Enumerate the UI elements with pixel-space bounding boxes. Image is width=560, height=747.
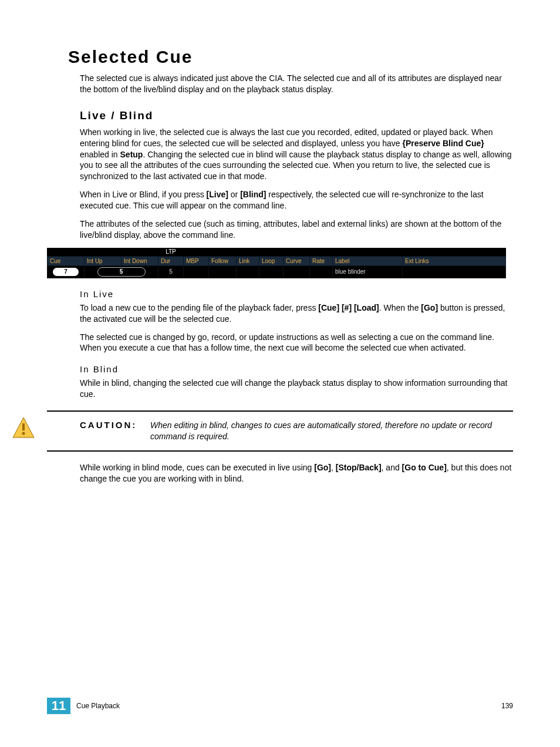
int-pill: 5: [97, 267, 146, 277]
cell-label: blue blinder: [333, 265, 403, 278]
key-live: [Live]: [207, 190, 228, 199]
live-blind-p1: When working in live, the selected cue i…: [80, 127, 513, 182]
text: . When the: [379, 303, 421, 312]
ltp-row: LTP: [48, 248, 506, 257]
ltp-label: LTP: [158, 248, 184, 257]
after-caution-p: While working in blind mode, cues can be…: [80, 462, 513, 484]
caution-text: When editing in blind, changes to cues a…: [150, 420, 513, 442]
col-dur: Dur: [158, 256, 184, 265]
cell-loop: [259, 265, 284, 278]
text: . Changing the selected cue in blind wil…: [80, 150, 511, 181]
cell-cue: 7: [48, 265, 85, 278]
col-mbp: MBP: [184, 256, 209, 265]
cue-bar-table: LTP Cue Int Up Int Down Dur MBP Follow L…: [47, 248, 506, 278]
col-link: Link: [237, 256, 259, 265]
col-loop: Loop: [259, 256, 284, 265]
intro-paragraph: The selected cue is always indicated jus…: [80, 73, 513, 95]
text: While working in blind mode, cues can be…: [80, 463, 314, 472]
live-blind-p3: The attributes of the selected cue (such…: [80, 218, 513, 241]
cell-dur: 5: [158, 265, 184, 278]
col-int-down: Int Down: [122, 256, 158, 265]
text: To load a new cue to the pending file of…: [80, 303, 318, 312]
in-blind-p1: While in blind, changing the selected cu…: [80, 378, 513, 400]
text: enabled in: [80, 150, 120, 159]
text: , and: [382, 463, 402, 472]
svg-rect-1: [22, 423, 25, 430]
col-int-up: Int Up: [85, 256, 122, 265]
cell-rate: [310, 265, 333, 278]
page-number: 139: [501, 702, 513, 710]
caution-block: CAUTION: When editing in blind, changes …: [47, 410, 513, 452]
text: When in Live or Blind, if you press: [80, 190, 207, 199]
in-live-p2: The selected cue is changed by go, recor…: [80, 332, 513, 354]
col-label: Label: [333, 256, 403, 265]
cell-link: [237, 265, 259, 278]
cue-bar-data-row: 7 5 5 blue blinder: [48, 265, 506, 278]
col-curve: Curve: [284, 256, 310, 265]
caution-label: CAUTION:: [80, 420, 150, 442]
content-area: The selected cue is always indicated jus…: [80, 73, 513, 484]
col-follow: Follow: [209, 256, 237, 265]
key-blind: [Blind]: [240, 190, 266, 199]
footer-chapter-title: Cue Playback: [76, 702, 501, 710]
cell-mbp: [184, 265, 209, 278]
cue-bar-header-row: Cue Int Up Int Down Dur MBP Follow Link …: [48, 256, 506, 265]
key-go-2: [Go]: [314, 463, 331, 472]
col-ext-links: Ext Links: [403, 256, 506, 265]
cell-ext: [403, 265, 506, 278]
subsection-in-live: In Live: [80, 289, 513, 299]
live-blind-p2: When in Live or Blind, if you press [Liv…: [80, 189, 513, 211]
key-stop-back: [Stop/Back]: [336, 463, 382, 472]
cell-follow: [209, 265, 237, 278]
key-cue-load: [Cue] [#] [Load]: [318, 303, 379, 312]
warning-triangle-icon: [12, 416, 35, 440]
cue-attribute-bar: LTP Cue Int Up Int Down Dur MBP Follow L…: [47, 248, 506, 278]
text: or: [228, 190, 240, 199]
in-live-p1: To load a new cue to the pending file of…: [80, 302, 513, 325]
preserve-blind-cue: {Preserve Blind Cue}: [402, 139, 484, 148]
cue-number-pill: 7: [53, 268, 79, 276]
text: ,: [331, 463, 336, 472]
key-go: [Go]: [421, 303, 438, 312]
svg-point-2: [22, 432, 25, 435]
cell-int: 5: [85, 265, 158, 278]
cell-curve: [284, 265, 310, 278]
subsection-in-blind: In Blind: [80, 364, 513, 374]
col-rate: Rate: [310, 256, 333, 265]
col-cue: Cue: [48, 256, 85, 265]
page-footer: 11 Cue Playback 139: [47, 698, 513, 714]
section-heading-live-blind: Live / Blind: [80, 109, 513, 122]
setup-word: Setup: [120, 150, 143, 159]
key-go-to-cue: [Go to Cue]: [402, 463, 447, 472]
page: Selected Cue The selected cue is always …: [0, 0, 560, 747]
page-heading: Selected Cue: [68, 47, 513, 67]
chapter-number-badge: 11: [47, 698, 70, 714]
